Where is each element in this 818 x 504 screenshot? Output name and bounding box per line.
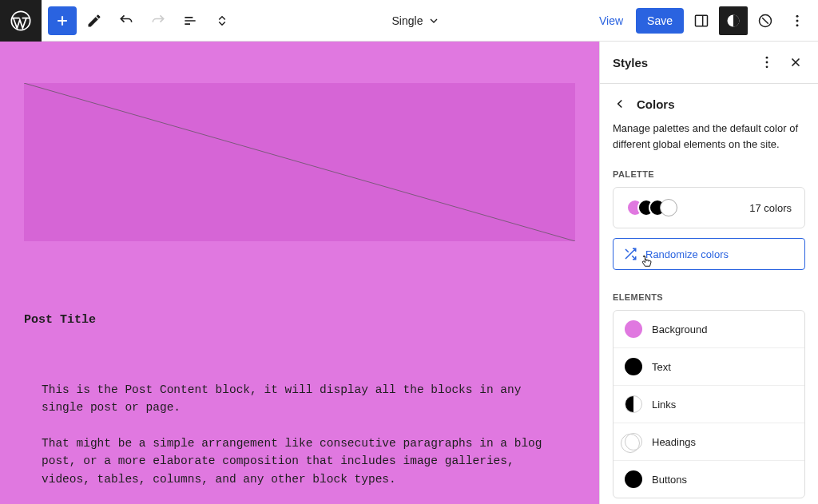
panel-title: Styles — [613, 56, 648, 69]
palette-label: PALETTE — [613, 169, 805, 179]
color-swatch-icon — [625, 470, 642, 488]
editor-canvas[interactable]: Post Title This is the Post Content bloc… — [0, 42, 599, 504]
color-swatch-icon — [625, 395, 642, 413]
help-icon[interactable] — [751, 6, 780, 35]
featured-image-placeholder[interactable] — [24, 83, 575, 241]
svg-line-7 — [24, 83, 575, 241]
element-row-text[interactable]: Text — [614, 348, 804, 386]
element-label: Links — [652, 399, 676, 411]
svg-rect-1 — [696, 15, 708, 26]
element-label: Text — [652, 361, 671, 373]
edit-icon[interactable] — [80, 6, 109, 35]
toolbar-left — [42, 6, 243, 35]
section-title: Colors — [637, 97, 675, 111]
element-row-headings[interactable]: Headings — [614, 423, 804, 461]
close-icon[interactable] — [786, 53, 805, 72]
panel-body: Colors Manage palettes and the default c… — [600, 84, 818, 504]
styles-panel: Styles Colors Manage palettes and the de… — [599, 42, 818, 504]
palette-swatches — [626, 199, 671, 216]
randomize-colors-button[interactable]: Randomize colors — [613, 238, 805, 270]
top-toolbar: Single View Save — [0, 0, 818, 42]
more-options-icon[interactable] — [783, 6, 812, 35]
add-block-button[interactable] — [48, 6, 77, 35]
content-paragraph: This is the Post Content block, it will … — [42, 381, 558, 417]
styles-sidebar-icon[interactable] — [719, 6, 748, 35]
list-view-icon[interactable] — [176, 6, 204, 35]
details-icon[interactable] — [208, 6, 236, 35]
back-navigation[interactable]: Colors — [613, 97, 805, 111]
elements-list: Background Text Links Headings Buttons — [613, 310, 805, 498]
color-swatch-icon — [625, 320, 642, 338]
element-row-buttons[interactable]: Buttons — [614, 461, 804, 498]
template-label: Single — [392, 14, 423, 27]
svg-point-4 — [796, 14, 799, 17]
randomize-label: Randomize colors — [645, 248, 729, 260]
chevron-left-icon — [613, 97, 627, 111]
post-title[interactable]: Post Title — [24, 313, 575, 327]
elements-label: ELEMENTS — [613, 292, 805, 302]
svg-point-5 — [796, 19, 799, 22]
element-label: Background — [652, 323, 707, 335]
save-button[interactable]: Save — [636, 8, 684, 34]
panel-more-icon[interactable] — [757, 53, 776, 72]
svg-point-8 — [766, 57, 768, 59]
palette-card[interactable]: 17 colors — [613, 187, 805, 228]
section-description: Manage palettes and the default color of… — [613, 121, 805, 152]
shuffle-icon — [623, 247, 637, 261]
element-label: Buttons — [652, 474, 687, 486]
svg-point-6 — [796, 24, 799, 26]
svg-point-9 — [766, 62, 768, 64]
palette-count: 17 colors — [749, 202, 792, 214]
view-link[interactable]: View — [590, 8, 633, 34]
color-swatch-icon — [625, 433, 642, 450]
wordpress-logo[interactable] — [0, 0, 42, 42]
redo-icon[interactable] — [144, 6, 173, 35]
toolbar-right: View Save — [590, 6, 818, 35]
workspace: Post Title This is the Post Content bloc… — [0, 42, 818, 504]
template-selector[interactable]: Single — [243, 14, 590, 27]
color-swatch-icon — [625, 358, 642, 375]
post-content-block[interactable]: This is the Post Content block, it will … — [42, 381, 558, 488]
swatch-icon — [660, 199, 677, 216]
content-paragraph: That might be a simple arrangement like … — [42, 435, 558, 488]
svg-point-10 — [766, 65, 768, 68]
panel-header: Styles — [600, 42, 818, 84]
element-row-links[interactable]: Links — [614, 386, 804, 423]
element-row-background[interactable]: Background — [614, 311, 804, 348]
undo-icon[interactable] — [112, 6, 141, 35]
cursor-pointer-icon — [639, 255, 653, 269]
element-label: Headings — [652, 436, 696, 448]
settings-sidebar-icon[interactable] — [687, 6, 716, 35]
